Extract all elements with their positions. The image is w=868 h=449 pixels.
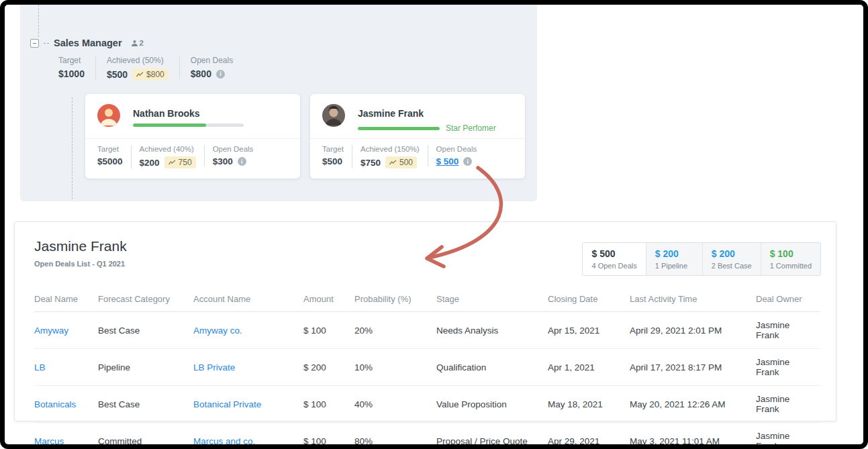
summary-label: 2 Best Case: [712, 262, 752, 270]
table-cell: 10%: [354, 349, 436, 386]
account-link[interactable]: Botanical Private: [193, 399, 261, 409]
info-icon[interactable]: i: [238, 157, 246, 166]
tree-connector-top: [38, 5, 39, 37]
table-cell: May 18, 2021: [548, 386, 630, 423]
table-cell: $ 200: [303, 349, 354, 386]
trend-chip: $800: [132, 68, 168, 81]
table-cell: Best Case: [98, 312, 193, 349]
table-row: MarcusCommittedMarcus and co.$ 10080%Pro…: [34, 423, 820, 449]
manager-stats: Target $1000 Achieved (50%) $500 $800 Op…: [58, 56, 244, 81]
table-cell: Qualification: [436, 349, 548, 386]
table-body: AmywayBest CaseAmyway co.$ 10020%Needs A…: [34, 312, 820, 449]
summary-amount: $ 100: [770, 248, 812, 259]
column-header[interactable]: Deal Name: [34, 288, 98, 312]
table-cell: Amyway: [34, 312, 98, 349]
column-header[interactable]: Closing Date: [548, 288, 630, 312]
page-subtitle: Open Deals List - Q1 2021: [34, 260, 125, 268]
deal-link[interactable]: Botanicals: [34, 399, 76, 409]
deal-link[interactable]: Marcus: [34, 436, 64, 446]
table-cell: Pipeline: [98, 349, 193, 386]
account-link[interactable]: Marcus and co.: [193, 436, 255, 446]
progress-bar: [358, 127, 440, 130]
achievement-bar-row: Star Perfomer: [358, 123, 496, 133]
summary-label: 4 Open Deals: [591, 262, 636, 270]
stat-achieved: Achieved (40%) $200 750: [131, 145, 204, 168]
column-header[interactable]: Stage: [436, 288, 548, 312]
stat-open-deals: Open Deals $ 500 i: [428, 145, 485, 166]
page-title: Jasmine Frank: [34, 238, 127, 254]
table-cell: May 3, 2021 11:01 AM: [630, 423, 756, 449]
table-cell: Botanicals: [34, 386, 98, 423]
rep-cards: Nathan Brooks Target $5000 Achieved (40%…: [85, 94, 525, 179]
table-cell: LB Private: [193, 349, 303, 386]
table-cell: Marcus: [34, 423, 98, 449]
summary-cell[interactable]: $ 2002 Best Case: [703, 243, 761, 275]
column-header[interactable]: Deal Owner: [756, 288, 820, 312]
open-deals-panel: Jasmine Frank Open Deals List - Q1 2021 …: [14, 221, 836, 421]
deal-link[interactable]: LB: [34, 362, 46, 372]
deal-link[interactable]: Amyway: [34, 326, 68, 336]
table-cell: 80%: [354, 423, 436, 449]
stat-open-deals: Open Deals $300 i: [204, 145, 262, 166]
deals-table-wrap: Deal NameForecast CategoryAccount NameAm…: [34, 288, 820, 449]
manager-node: − Sales Manager 2: [30, 38, 144, 48]
table-cell: Amyway co.: [193, 312, 303, 349]
table-cell: Needs Analysis: [436, 312, 548, 349]
table-cell: Value Proposition: [436, 386, 548, 423]
card-divider: [85, 138, 300, 139]
table-cell: LB: [34, 349, 98, 386]
rep-name: Nathan Brooks: [133, 108, 200, 119]
trend-icon: [136, 72, 144, 77]
summary-label: 1 Pipeline: [655, 262, 693, 270]
summary-cell[interactable]: $ 2001 Pipeline: [646, 243, 703, 275]
table-cell: Apr 15, 2021: [548, 312, 630, 349]
table-cell: Jasmine Frank: [756, 386, 820, 423]
user-count-value: 2: [140, 39, 144, 47]
summary-amount: $ 500: [591, 248, 636, 259]
info-icon[interactable]: i: [216, 70, 225, 79]
table-cell: 20%: [354, 312, 436, 349]
table-row: AmywayBest CaseAmyway co.$ 10020%Needs A…: [34, 312, 820, 349]
info-icon[interactable]: i: [463, 157, 472, 166]
table-cell: Jasmine Frank: [756, 312, 820, 349]
card-divider: [310, 138, 525, 139]
deals-table: Deal NameForecast CategoryAccount NameAm…: [34, 288, 820, 449]
open-deals-link[interactable]: $ 500: [436, 156, 459, 166]
summary-cell[interactable]: $ 1001 Committed: [761, 243, 820, 275]
column-header[interactable]: Forecast Category: [98, 288, 193, 312]
summary-cell[interactable]: $ 5004 Open Deals: [583, 243, 646, 275]
stat-open-deals: Open Deals $800 i: [179, 56, 244, 79]
trend-icon: [389, 160, 397, 165]
avatar-jasmine: [322, 104, 345, 127]
stat-achieved: Achieved (50%) $500 $800: [95, 56, 179, 81]
rep-card-jasmine: Jasmine Frank Star Perfomer Target $500 …: [310, 94, 525, 179]
manager-name: Sales Manager: [54, 38, 122, 48]
star-performer-badge: Star Perfomer: [446, 123, 496, 133]
stat-target: Target $5000: [97, 145, 131, 166]
trend-icon: [168, 160, 176, 165]
column-header[interactable]: Account Name: [193, 288, 303, 312]
progress-bar: [133, 123, 244, 127]
column-header[interactable]: Probability (%): [354, 288, 436, 312]
account-link[interactable]: LB Private: [193, 362, 235, 372]
summary-amount: $ 200: [655, 248, 693, 259]
table-cell: Apr 1, 2021: [548, 349, 630, 386]
rep-stats: Target $5000 Achieved (40%) $200 750: [97, 145, 261, 168]
users-icon: [131, 40, 138, 47]
stat-target: Target $1000: [58, 56, 95, 79]
table-cell: Marcus and co.: [193, 423, 303, 449]
table-cell: Proposal / Price Quote: [436, 423, 548, 449]
table-cell: Best Case: [98, 386, 193, 423]
trend-chip: 500: [385, 156, 417, 168]
tree-collapse-icon[interactable]: −: [30, 39, 39, 48]
column-header[interactable]: Amount: [303, 288, 354, 312]
table-cell: Committed: [98, 423, 193, 449]
table-cell: 40%: [354, 386, 436, 423]
table-cell: Botanical Private: [193, 386, 303, 423]
table-cell: Apr 29, 2021: [548, 423, 630, 449]
column-header[interactable]: Last Activity Time: [630, 288, 756, 312]
avatar-nathan: [97, 104, 120, 127]
table-cell: $ 100: [303, 386, 354, 423]
achievement-bar-row: [133, 123, 244, 127]
account-link[interactable]: Amyway co.: [193, 326, 242, 336]
